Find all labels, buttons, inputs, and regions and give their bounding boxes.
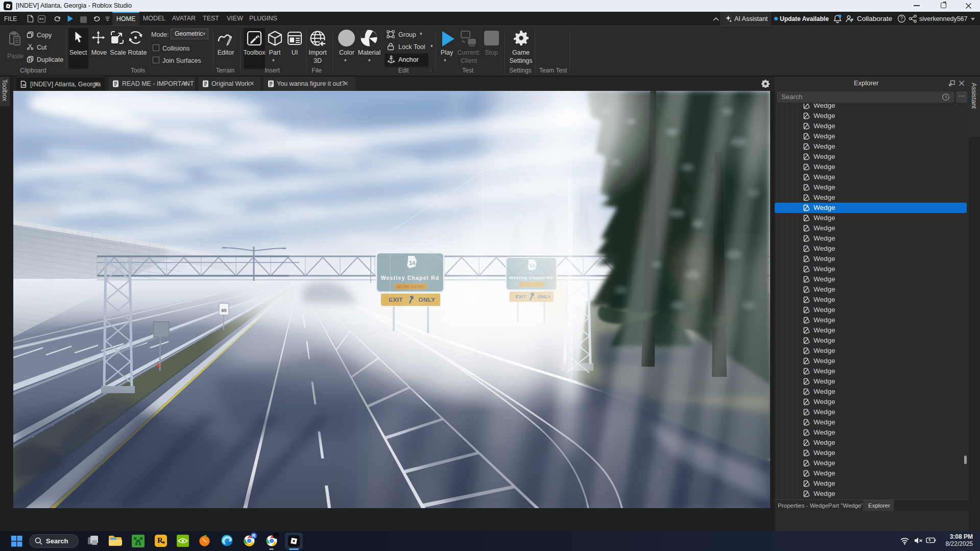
svg-text:?: ?: [900, 16, 903, 21]
svg-text:65: 65: [221, 308, 226, 313]
